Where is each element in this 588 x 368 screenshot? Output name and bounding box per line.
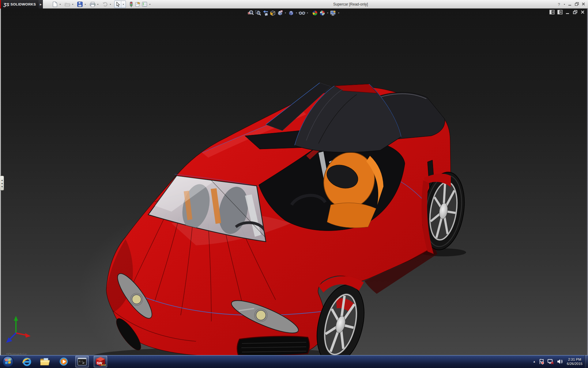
solidworks-logo-text: SOLIDWORKS [10, 2, 36, 6]
previous-view-button[interactable] [262, 9, 269, 17]
window-controls: ? [556, 0, 586, 9]
action-center-icon[interactable] [538, 358, 545, 365]
document-minimize-button[interactable] [565, 10, 570, 14]
command-prompt-icon: C:\_ [77, 357, 87, 366]
view-settings-dropdown[interactable] [337, 9, 341, 17]
select-button[interactable] [115, 1, 121, 8]
hide-show-items-dropdown[interactable] [306, 9, 309, 17]
restore-button[interactable] [574, 2, 579, 7]
chevron-left-icon: ◀ [1, 182, 3, 184]
help-button[interactable]: ? [556, 2, 562, 7]
internet-explorer-icon [22, 356, 32, 367]
chevron-left-icon: ◀ [1, 179, 3, 181]
new-document-icon [52, 2, 58, 7]
show-desktop-button[interactable] [585, 355, 588, 368]
taskbar-clock[interactable]: 2:31 PM 6/26/2015 [566, 357, 584, 366]
zoom-to-fit-icon [247, 10, 254, 16]
command-prompt-text: C:\_ [79, 360, 85, 363]
select-dropdown[interactable] [121, 1, 126, 8]
view-orientation-label: *Dimetric [6, 352, 27, 355]
view-orientation-button[interactable] [276, 9, 284, 17]
internet-explorer-button[interactable] [20, 356, 34, 367]
z-axis [9, 333, 16, 340]
windows-taskbar: C:\_ SW 2015 ▲ [0, 355, 588, 368]
file-properties-icon [135, 2, 141, 7]
center-grille [237, 336, 310, 355]
menu-flyout-arrow[interactable]: ▶ [39, 0, 43, 9]
toggle-pane-left-icon [549, 10, 555, 14]
hide-show-items-button[interactable] [298, 9, 306, 17]
show-hidden-icons-button[interactable]: ▲ [533, 360, 536, 363]
media-player-icon [58, 356, 69, 367]
title-bar: ƷS SOLIDWORKS ▶ [0, 0, 588, 9]
print-button[interactable] [89, 1, 96, 8]
volume-icon[interactable] [557, 358, 563, 365]
toggle-pane-left-button[interactable] [549, 10, 555, 14]
media-player-button[interactable] [57, 356, 70, 367]
display-style-dropdown[interactable] [295, 9, 298, 17]
close-button[interactable] [581, 2, 586, 7]
edit-appearance-button[interactable] [311, 9, 318, 17]
command-prompt-button[interactable]: C:\_ [75, 356, 89, 367]
rebuild-traffic-light-icon [130, 2, 133, 7]
display-style-icon [288, 10, 294, 16]
minimize-button[interactable] [567, 2, 573, 7]
display-style-button[interactable] [287, 9, 295, 17]
save-button[interactable] [77, 1, 83, 8]
zoom-to-fit-button[interactable] [247, 9, 254, 17]
rebuild-button[interactable] [128, 1, 134, 8]
apply-scene-icon [319, 10, 326, 16]
solidworks-year-badge: 2015 [101, 364, 106, 366]
undo-button[interactable] [102, 1, 108, 8]
open-dropdown[interactable] [71, 1, 75, 8]
apply-scene-dropdown[interactable] [326, 9, 330, 17]
print-dropdown[interactable] [96, 1, 100, 8]
new-document-button[interactable] [51, 1, 58, 8]
open-icon [65, 2, 70, 7]
heads-up-view-toolbar [247, 9, 341, 17]
apply-scene-button[interactable] [318, 9, 326, 17]
options-dropdown[interactable] [148, 1, 152, 8]
graphics-viewport[interactable]: ◀ ◀ ◀ [0, 9, 588, 355]
view-orientation-dropdown[interactable] [284, 9, 287, 17]
print-icon [90, 2, 96, 7]
network-status-icon[interactable] [547, 358, 554, 365]
start-button[interactable] [2, 355, 14, 368]
folder-icon [40, 357, 51, 366]
open-button[interactable] [64, 1, 71, 8]
help-dropdown[interactable] [563, 1, 566, 8]
solidworks-logo: ƷS SOLIDWORKS [0, 0, 39, 9]
chevron-left-icon: ◀ [1, 185, 3, 187]
clock-date: 6/26/2015 [567, 362, 582, 366]
edit-appearance-icon [312, 10, 318, 16]
view-orientation-icon [277, 10, 283, 16]
zoom-to-area-button[interactable] [254, 9, 262, 17]
x-axis [16, 333, 26, 335]
undo-dropdown[interactable] [108, 1, 112, 8]
undo-icon [102, 2, 108, 7]
document-minimize-icon [565, 10, 570, 14]
toggle-pane-right-button[interactable] [557, 10, 563, 14]
save-dropdown[interactable] [83, 1, 87, 8]
view-settings-button[interactable] [330, 9, 337, 17]
quick-access-toolbar [51, 0, 154, 9]
view-settings-icon [330, 10, 337, 16]
feature-manager-collapsed-tab[interactable]: ◀ ◀ ◀ [0, 176, 4, 190]
taskbar-apps: C:\_ SW 2015 [18, 355, 110, 368]
section-view-button[interactable] [269, 9, 276, 17]
new-document-dropdown[interactable] [58, 1, 62, 8]
section-view-icon [270, 10, 276, 16]
options-button[interactable] [141, 1, 148, 8]
solidworks-cube-icon: SW 2015 [95, 356, 106, 367]
windows-explorer-button[interactable] [39, 356, 52, 367]
solidworks-2015-button[interactable]: SW 2015 [94, 356, 107, 367]
solidworks-logo-mark: ƷS [3, 2, 9, 7]
document-close-icon [580, 10, 585, 14]
clock-time: 2:31 PM [567, 357, 582, 362]
file-properties-button[interactable] [134, 1, 141, 8]
document-close-button[interactable] [580, 10, 585, 14]
orientation-triad [4, 314, 33, 343]
document-restore-button[interactable] [573, 10, 578, 14]
toggle-pane-right-icon [557, 10, 563, 14]
restore-icon [575, 2, 579, 6]
